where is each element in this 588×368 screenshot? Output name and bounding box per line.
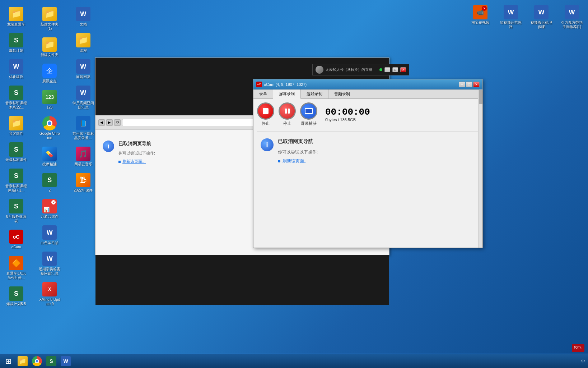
taskbar-excel-btn[interactable]: S: [45, 355, 58, 368]
tab-ludan[interactable]: 录单: [253, 89, 273, 98]
youhua-label: 优化建议: [9, 75, 23, 79]
desktop-icon-youhua[interactable]: W 优化建议: [4, 58, 29, 80]
desktop-icon-yinqin[interactable]: S 音亲私班课程体系(22...: [4, 84, 29, 111]
desktop-icon-123[interactable]: 123 123: [37, 88, 62, 111]
back-btn[interactable]: ◀: [98, 119, 105, 126]
yinli-label: 引力魔方带动手淘推荐(1): [561, 20, 583, 29]
ime-indicator[interactable]: S中·: [572, 344, 584, 352]
desktop-icon-doc[interactable]: W 文档: [71, 5, 96, 28]
ocam-window: oC oCam (4, 9, 1907, 1027) − □ ✕ 录单 屏幕录制…: [253, 79, 483, 248]
wanxiang-label: 万象台课件: [41, 215, 59, 219]
pause-btn[interactable]: 停止: [279, 102, 296, 126]
desktop-icon-folder2[interactable]: 📁 新建文件夹: [37, 36, 62, 59]
chrome-desktop-label: Google Chrome: [38, 132, 61, 140]
error-title: 已取消网页导航: [118, 141, 155, 147]
desktop-icon-zhitongche[interactable]: 🔶 直通车3.0玩法•6月份...: [4, 254, 29, 281]
ocam-info-area: i 已取消网页导航 你可以尝试以下操作: 刷新该页面。: [257, 135, 479, 168]
tab-screen-record[interactable]: 屏幕录制: [273, 89, 301, 99]
tab-game-record[interactable]: 游戏录制: [301, 89, 328, 98]
doc-label: 文档: [80, 22, 87, 27]
desktop-icon-zip[interactable]: 🗜 2022年课件: [71, 171, 96, 194]
desktop-icon-longlong[interactable]: 📁 龙隆直通车: [4, 5, 29, 28]
desktop-icon-ocam[interactable]: oC oCam: [4, 228, 29, 251]
desktop-icon-baokuan2[interactable]: S 爆款计划8.5: [4, 285, 29, 308]
forward-btn[interactable]: ▶: [106, 119, 113, 126]
desktop-icon-yinke[interactable]: 📁 音客课件: [4, 115, 29, 137]
folder1-label: 新建文件夹(1): [38, 22, 61, 31]
xueyuan-label: 学员高频亚问题汇总: [72, 101, 94, 110]
desktop-icon-taobao-video[interactable]: ✕ 📹 淘宝短视频: [468, 4, 493, 31]
desktop-icon-wenti[interactable]: W 问题回复: [71, 58, 96, 80]
desktop-icon-kecheng[interactable]: 📁 课程: [71, 32, 96, 54]
baokuan-icon: S: [9, 33, 23, 47]
taskbar-chrome-btn[interactable]: [31, 355, 43, 368]
ocam-scrollbar[interactable]: [478, 89, 482, 248]
folder2-label: 新建文件夹: [41, 53, 59, 57]
desktop-icon-music[interactable]: 🎵 网易云音乐: [71, 145, 96, 168]
desktop-icon-tencent[interactable]: 企 腾讯企点: [37, 62, 62, 85]
desktop-icon-recent[interactable]: W 近期学员答案疑问题汇总: [37, 250, 62, 277]
ocam-maximize-btn[interactable]: □: [466, 82, 472, 87]
wenti-label: 问题回复: [76, 75, 90, 79]
stop-icon-square: [263, 108, 269, 114]
youhua-icon: W: [9, 59, 23, 74]
live-indicator: [379, 68, 382, 71]
taobao-video-label: 淘宝短视频: [471, 20, 489, 25]
desktop-icon-chrome[interactable]: Google Chrome: [37, 115, 62, 142]
desktop-icon-grid: 📁 龙隆直通车 S 爆款计划 W 优化建议 S 音亲私班课程体系(22... 📁…: [0, 0, 104, 323]
wenti-icon: W: [76, 59, 90, 74]
wuji-icon: S: [9, 142, 23, 157]
desktop-icon-yinli[interactable]: W 引力魔方带动手淘推荐(1): [559, 4, 584, 31]
ocam-desktop-icon: oC: [9, 230, 23, 244]
duanshipin-icon: W: [504, 5, 518, 19]
wuji-label: 无极私家课件: [5, 158, 27, 162]
refresh-btn[interactable]: ↻: [114, 119, 121, 126]
ocam-tabs: 录单 屏幕录制 游戏录制 音频录制: [253, 89, 482, 99]
desktop-icon-2[interactable]: S 2: [37, 171, 62, 194]
desktop-icon-shipin-banyun[interactable]: W 视频搬运处理步骤: [529, 4, 554, 31]
taskbar-explorer-btn[interactable]: 📁: [16, 355, 29, 368]
stop-record-btn[interactable]: 停止: [257, 102, 274, 126]
taskbar-start-btn[interactable]: ⊞: [2, 355, 15, 368]
desktop-icon-wanxiang[interactable]: ✕ 📊 万象台课件: [37, 198, 62, 220]
suzhou-icon: 📘: [76, 116, 90, 130]
ocam-desktop-label: oCam: [11, 245, 21, 249]
ocam-refresh-link[interactable]: 刷新该页面。: [283, 158, 308, 164]
chengti-icon: S: [9, 169, 23, 183]
top-right-icon-group: ✕ 📹 淘宝短视频 W 短视频运营思路 W 视频搬运处理步骤 W 引力魔方带动手…: [468, 4, 584, 31]
desktop-icon-suzhou[interactable]: 📘 苏州线下课标品竞争差...: [71, 115, 96, 142]
screen-capture-btn[interactable]: 屏幕捕获: [300, 102, 317, 126]
zhitongche-label: 直通车3.0玩法•6月份...: [5, 271, 27, 280]
ocam-info-icon: i: [261, 138, 274, 151]
desktop-icon-chengti[interactable]: S 音亲私家课程体系(7.1...: [4, 167, 29, 194]
ocam-window-controls: − □ ✕: [459, 82, 480, 87]
ocam-app-icon: oC: [256, 82, 262, 87]
tab-audio-record[interactable]: 音频录制: [328, 89, 356, 98]
taskbar-word-btn[interactable]: W: [59, 355, 72, 368]
desktop-icon-xmind[interactable]: X XMind 8 Update 9: [37, 281, 62, 308]
stream-maximize-btn[interactable]: □: [392, 67, 398, 72]
xmind-label: XMind 8 Update 9: [38, 298, 61, 306]
ocam-close-btn[interactable]: ✕: [473, 82, 480, 87]
desktop-icon-xueyuan[interactable]: W 学员高频亚问题汇总: [71, 84, 96, 111]
desktop-icon-jiyebiao[interactable]: S 8月服务业绩表: [4, 198, 29, 225]
ocam-scroll-thumb[interactable]: [479, 90, 482, 104]
desktop-icon-massage[interactable]: 💊 按摩精油: [37, 145, 62, 168]
stream-minimize-btn[interactable]: −: [384, 67, 390, 72]
zhitongche-icon: 🔶: [9, 256, 23, 270]
suzhou-label: 苏州线下课标品竞争差...: [72, 132, 94, 140]
desktop-icon-duanshipin[interactable]: W 短视频运营思路: [498, 4, 523, 31]
refresh-link[interactable]: 刷新该页面。: [122, 159, 146, 164]
desktop-icon-folder1[interactable]: 📁 新建文件夹(1): [37, 5, 62, 32]
desktop-icon-baokuan[interactable]: S 爆款计划: [4, 32, 29, 54]
ocam-minimize-btn[interactable]: −: [459, 82, 465, 87]
taskbar: ⊞ 📁 S W 中: [0, 354, 588, 368]
zip-icon: 🗜: [76, 173, 90, 187]
pause-label: 停止: [283, 121, 291, 126]
desktop-icon-white[interactable]: W 白色羊毛衫: [37, 224, 62, 247]
error-text-block: 已取消网页导航 你可以尝试以下操作: 刷新该页面。: [118, 141, 155, 164]
error-info-icon: i: [103, 141, 114, 152]
shipin-banyun-icon: W: [534, 5, 549, 19]
stream-close-btn[interactable]: ✕: [400, 67, 406, 72]
desktop-icon-wuji[interactable]: S 无极私家课件: [4, 141, 29, 164]
